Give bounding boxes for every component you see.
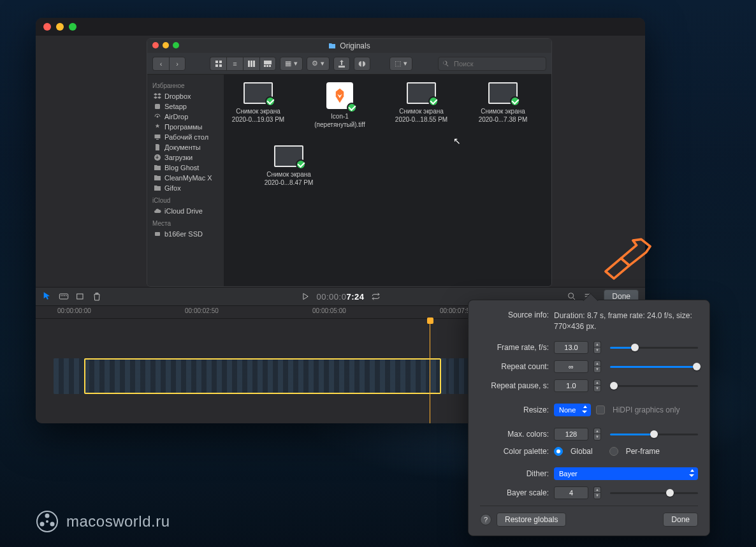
- repeat-pause-slider[interactable]: [610, 379, 698, 392]
- frame-rate-label: Frame rate, f/s:: [480, 343, 549, 352]
- frame-rate-field[interactable]: 13.0: [554, 341, 588, 354]
- keyboard-icon[interactable]: [59, 291, 69, 302]
- sidebar-item-applications[interactable]: Программы: [152, 122, 219, 132]
- view-icon-button[interactable]: [210, 57, 226, 71]
- folder-icon: [328, 42, 336, 50]
- sidebar-item-downloads[interactable]: Загрузки: [152, 152, 219, 163]
- max-colors-field[interactable]: 128: [554, 428, 588, 441]
- arrange-button[interactable]: ▦ ▾: [280, 57, 303, 71]
- clip-selection[interactable]: [84, 358, 441, 394]
- svg-rect-6: [253, 61, 255, 67]
- svg-point-24: [569, 293, 574, 298]
- max-colors-stepper[interactable]: ▲▼: [593, 428, 601, 441]
- bayer-scale-field[interactable]: 4: [554, 486, 588, 499]
- help-button[interactable]: ?: [480, 514, 491, 525]
- finder-window: Originals ‹ › ≡ ▦ ▾ ⚙ ▾ ◖◗ ⬚ ▾: [147, 38, 552, 287]
- svg-rect-9: [266, 65, 268, 67]
- sidebar-item-cleanmymac[interactable]: CleanMyMac X: [152, 173, 219, 183]
- zoom-icon[interactable]: [69, 23, 76, 31]
- close-icon[interactable]: [43, 23, 51, 31]
- file-item[interactable]: Снимок экрана2020-0...7.38 PM: [475, 82, 531, 129]
- loop-icon[interactable]: [370, 291, 381, 302]
- fox-icon: [330, 86, 349, 105]
- finder-toolbar: ‹ › ≡ ▦ ▾ ⚙ ▾ ◖◗ ⬚ ▾: [147, 53, 551, 75]
- svg-rect-19: [61, 295, 61, 296]
- back-button[interactable]: ‹: [152, 57, 169, 71]
- sidebar-item-desktop[interactable]: Рабочий стол: [152, 132, 219, 142]
- play-button[interactable]: [300, 291, 310, 302]
- svg-rect-0: [215, 61, 218, 63]
- file-item[interactable]: Снимок экрана2020-0...8.47 PM: [261, 145, 317, 187]
- sidebar-item-setapp[interactable]: Setapp: [152, 101, 219, 112]
- view-list-button[interactable]: ≡: [226, 57, 243, 71]
- frame-rate-slider[interactable]: [610, 341, 698, 354]
- svg-rect-21: [64, 295, 65, 296]
- watermark: macosworld.ru: [36, 510, 170, 533]
- sidebar-item-gifox[interactable]: Gifox: [152, 183, 219, 193]
- repeat-count-slider[interactable]: [610, 360, 698, 373]
- resize-select[interactable]: None: [554, 404, 591, 416]
- minimize-icon[interactable]: [56, 23, 64, 31]
- view-gallery-button[interactable]: [259, 57, 276, 71]
- sidebar-item-airdrop[interactable]: AirDrop: [152, 112, 219, 122]
- dropbox-button[interactable]: ⬚ ▾: [389, 57, 412, 71]
- minimize-icon[interactable]: [163, 42, 169, 48]
- zoom-icon[interactable]: [173, 42, 179, 48]
- svg-rect-1: [219, 61, 222, 63]
- max-colors-slider[interactable]: [610, 428, 698, 441]
- dither-select[interactable]: Bayer: [554, 467, 698, 480]
- sidebar-item-documents[interactable]: Документы: [152, 142, 219, 152]
- resize-label: Resize:: [480, 405, 549, 414]
- restore-globals-button[interactable]: Restore globals: [497, 513, 566, 527]
- forward-button[interactable]: ›: [169, 57, 185, 71]
- clip[interactable]: [54, 358, 449, 394]
- sidebar-item-ssd[interactable]: b166er SSD: [152, 229, 219, 239]
- sidebar-item-icloud[interactable]: iCloud Drive: [152, 206, 219, 216]
- favorites-label: Избранное: [152, 82, 219, 89]
- pointer-tool-icon[interactable]: [42, 291, 52, 302]
- svg-rect-22: [66, 295, 66, 296]
- repeat-count-stepper[interactable]: ▲▼: [593, 360, 601, 373]
- palette-global-label: Global: [571, 447, 593, 456]
- file-item[interactable]: Снимок экрана2020-0...18.55 PM: [393, 82, 449, 129]
- svg-point-31: [50, 522, 55, 527]
- search-icon: [442, 60, 449, 68]
- icloud-label: iCloud: [152, 197, 219, 204]
- search-field[interactable]: [438, 57, 546, 71]
- bayer-scale-stepper[interactable]: ▲▼: [593, 486, 601, 499]
- action-button[interactable]: ⚙ ▾: [307, 57, 330, 71]
- palette-label: Color palette:: [480, 447, 549, 456]
- view-column-button[interactable]: [243, 57, 259, 71]
- svg-rect-17: [155, 232, 160, 236]
- palette-global-radio[interactable]: [554, 447, 563, 456]
- crop-icon[interactable]: [75, 291, 85, 302]
- svg-rect-12: [155, 104, 160, 109]
- svg-point-13: [157, 116, 159, 118]
- popover-done-button[interactable]: Done: [663, 513, 698, 527]
- bayer-scale-slider[interactable]: [610, 486, 698, 499]
- window-title: Originals: [340, 41, 370, 50]
- search-input[interactable]: [438, 57, 546, 71]
- close-icon[interactable]: [152, 42, 159, 48]
- repeat-pause-field[interactable]: 1.0: [554, 379, 588, 392]
- palette-perframe-radio[interactable]: [609, 447, 618, 456]
- sidebar-item-dropbox[interactable]: Dropbox: [152, 91, 219, 101]
- file-item[interactable]: Icon-1(перетянутый).tiff: [312, 82, 368, 129]
- playhead[interactable]: [430, 319, 430, 423]
- repeat-pause-label: Repeat pause, s:: [480, 381, 549, 390]
- trash-icon[interactable]: [92, 291, 102, 302]
- svg-rect-15: [156, 139, 159, 140]
- bayer-scale-label: Bayer scale:: [480, 488, 549, 497]
- max-colors-label: Max. colors:: [480, 430, 549, 439]
- frame-rate-stepper[interactable]: ▲▼: [593, 341, 601, 354]
- svg-point-30: [40, 522, 45, 527]
- repeat-pause-stepper[interactable]: ▲▼: [593, 379, 601, 392]
- share-button[interactable]: [333, 57, 350, 71]
- repeat-count-field[interactable]: ∞: [554, 360, 588, 373]
- places-label: Места: [152, 220, 219, 227]
- tags-button[interactable]: ◖◗: [354, 57, 370, 71]
- source-info-label: Source info:: [480, 310, 549, 319]
- hidpi-checkbox[interactable]: [596, 405, 605, 414]
- sidebar-item-blogghost[interactable]: Blog Ghost: [152, 163, 219, 173]
- file-item[interactable]: Снимок экрана2020-0...19.03 PM: [230, 82, 286, 129]
